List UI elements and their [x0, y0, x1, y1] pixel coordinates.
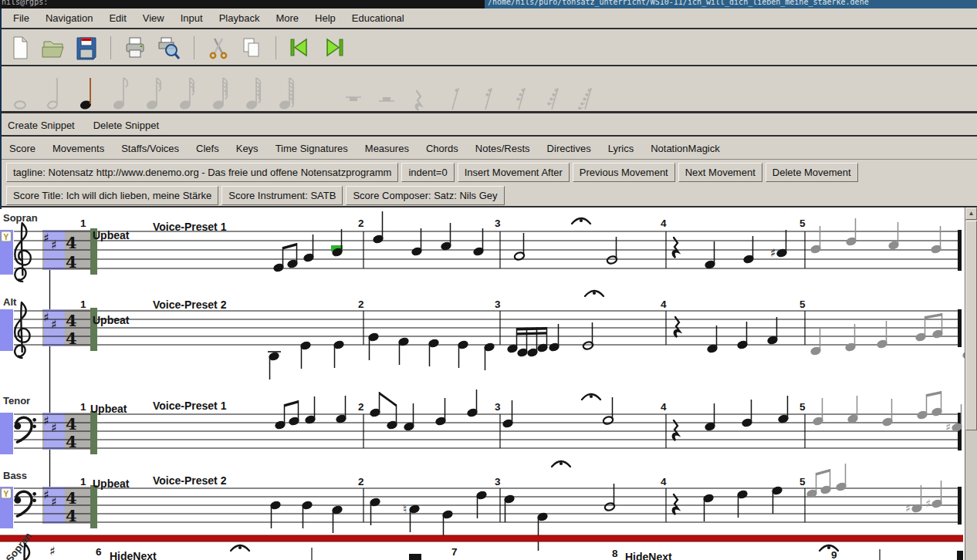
directive-button-delete-movement[interactable]: Delete Movement [766, 163, 858, 182]
duration-note-half[interactable] [44, 71, 66, 111]
score-edit-area[interactable]: Y♯♯4412345SopranUpbeatVoice-Preset 1♯♯♯4… [0, 207, 977, 560]
duration-onetwentyeighth-rest[interactable] [575, 71, 597, 111]
duration-sixtyfourth-rest[interactable] [542, 71, 563, 111]
copy-icon[interactable] [239, 35, 264, 61]
toolbar-separator [110, 36, 111, 59]
open-folder-icon[interactable] [41, 35, 66, 61]
object-menu-item-notationmagick[interactable]: NotationMagick [651, 143, 720, 154]
menu-item-educational[interactable]: Educational [352, 12, 404, 24]
staff-name-label: Bass [3, 470, 27, 481]
object-menu-item-score[interactable]: Score [9, 143, 35, 154]
object-menu-item-movements[interactable]: Movements [52, 143, 104, 154]
go-forward-icon[interactable] [321, 35, 346, 61]
measure-number: 3 [495, 299, 501, 310]
menu-item-file[interactable]: File [13, 12, 29, 24]
accidental-sharp: ♯ [925, 497, 931, 511]
save-floppy-icon[interactable] [74, 35, 99, 61]
duration-eighth-rest[interactable] [442, 71, 464, 111]
quarter-rest[interactable] [673, 420, 678, 440]
duration-note-thirtysecond[interactable] [177, 71, 198, 111]
object-menu-item-clefs[interactable]: Clefs [196, 143, 219, 154]
key-sharp-1: ♯ [43, 487, 49, 502]
object-menu-item-notes-rests[interactable]: Notes/Rests [475, 143, 530, 154]
note-beam [517, 332, 547, 335]
menu-item-help[interactable]: Help [315, 12, 336, 24]
staff-midi-icon-glyph: Y [4, 490, 9, 498]
staff-name-label: Tenor [3, 395, 30, 407]
print-preview-icon[interactable] [156, 35, 182, 61]
duration-quarter-rest[interactable] [409, 71, 431, 111]
print-icon[interactable] [123, 35, 147, 61]
object-menu-item-chords[interactable]: Chords [426, 143, 458, 154]
snippet-action-create-snippet[interactable]: Create Snippet [8, 120, 75, 131]
duration-sixteenth-rest[interactable] [475, 71, 497, 111]
object-menu-item-measures[interactable]: Measures [365, 143, 409, 154]
quarter-rest[interactable] [673, 494, 678, 514]
directive-button-indent-0[interactable]: indent=0 [401, 163, 454, 182]
directive-button-tagline-notensatz-http-www-denemo-org-da[interactable]: tagline: Notensatz http://www.denemo.org… [6, 163, 398, 182]
duration-note-quarter[interactable] [77, 71, 99, 111]
cut-scissors-icon[interactable] [206, 35, 231, 61]
quarter-rest[interactable] [674, 317, 680, 337]
duration-thirtysecond-rest[interactable] [509, 71, 530, 111]
duration-note-sixtyfourth[interactable] [210, 71, 232, 111]
object-menu-item-keys[interactable]: Keys [236, 143, 259, 154]
score-canvas[interactable]: Y♯♯4412345SopranUpbeatVoice-Preset 1♯♯♯4… [0, 207, 977, 560]
score-field-button-score-title-ich-will-dich-lieben-meine-s[interactable]: Score Title: Ich will dich lieben, meine… [6, 186, 218, 205]
new-document-icon[interactable] [8, 35, 32, 61]
measure-number: 1 [80, 218, 86, 229]
measure-number: 5 [800, 299, 806, 310]
directive-button-insert-movement-after[interactable]: Insert Movement After [458, 163, 570, 182]
vertical-scrollbar[interactable]: ▲ [965, 207, 977, 560]
toolbar-separator [194, 36, 194, 59]
menu-item-more[interactable]: More [276, 12, 299, 24]
go-back-icon[interactable] [288, 35, 313, 61]
duration-half-rest[interactable] [376, 71, 397, 111]
note-beam [927, 391, 942, 396]
directive-button-next-movement[interactable]: Next Movement [678, 163, 762, 182]
menu-item-navigation[interactable]: Navigation [46, 12, 93, 24]
menu-item-view[interactable]: View [143, 12, 164, 24]
toolbar-separator [276, 36, 276, 59]
menu-item-edit[interactable]: Edit [109, 12, 126, 24]
upbeat-directive-label: Upbeat [93, 229, 130, 241]
voice-preset-label: Voice-Preset 1 [153, 400, 227, 412]
key-sharp-2: ♯ [51, 420, 57, 435]
measure-number: 4 [661, 218, 667, 229]
object-menu-item-time-signatures[interactable]: Time Signatures [276, 143, 348, 154]
object-menu-item-directives[interactable]: Directives [547, 143, 591, 154]
score-field-button-score-composer-satz-nils-gey[interactable]: Score Composer: Satz: Nils Gey [346, 186, 504, 205]
clipped-notation-fragment [957, 551, 963, 560]
titlebar-file-path: /home/nils/puro/tonsatz_unterricht/WS10-… [485, 0, 977, 8]
object-menu-item-staffs-voices[interactable]: Staffs/Voices [121, 143, 179, 154]
measure-number: 1 [80, 299, 86, 310]
duration-whole-rest[interactable] [343, 71, 364, 111]
measure-number: 2 [358, 299, 364, 310]
duration-note-eighth[interactable] [110, 71, 132, 111]
duration-note-onetwentyeighth[interactable] [243, 71, 265, 111]
scrollbar-up-arrow-icon[interactable]: ▲ [965, 207, 977, 220]
score-field-button-score-instrument-satb[interactable]: Score Instrument: SATB [221, 186, 343, 205]
duration-note-whole[interactable] [11, 71, 32, 111]
end-barline [958, 487, 962, 525]
duration-note-sixteenth[interactable] [144, 71, 165, 111]
key-sharp-1: ♯ [43, 413, 49, 428]
snippet-toolbar: Create SnippetDelete Snippet [0, 116, 977, 137]
staff-selector-box[interactable] [0, 309, 13, 351]
measure-number: 7 [451, 546, 458, 558]
scrollbar-thumb[interactable] [965, 221, 977, 430]
staff-selector-box[interactable] [0, 413, 13, 454]
measure-number: 8 [612, 548, 618, 559]
snippet-action-delete-snippet[interactable]: Delete Snippet [93, 120, 159, 131]
directive-button-previous-movement[interactable]: Previous Movement [573, 163, 675, 182]
object-menu-item-lyrics[interactable]: Lyrics [608, 143, 634, 154]
note-beam [285, 400, 299, 407]
measure-start-marker[interactable] [90, 411, 97, 454]
key-sharp-2: ♯ [51, 317, 57, 332]
menu-item-playback[interactable]: Playback [219, 12, 260, 24]
note-beam [925, 313, 942, 319]
key-sharp-2: ♯ [51, 238, 57, 252]
measure-start-marker[interactable] [90, 485, 97, 528]
duration-note-twofiftysixth[interactable] [276, 71, 298, 111]
menu-item-input[interactable]: Input [181, 12, 203, 24]
